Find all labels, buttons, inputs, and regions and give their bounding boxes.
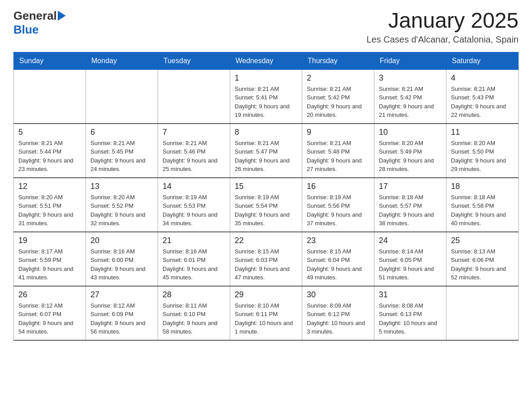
- logo: General Blue: [13, 9, 66, 37]
- day-info: Sunrise: 8:17 AM Sunset: 5:59 PM Dayligh…: [18, 247, 81, 282]
- logo-arrow-icon: [58, 11, 66, 21]
- day-info: Sunrise: 8:10 AM Sunset: 6:11 PM Dayligh…: [235, 301, 297, 336]
- day-info: Sunrise: 8:16 AM Sunset: 6:01 PM Dayligh…: [163, 247, 225, 282]
- day-number: 22: [235, 236, 297, 245]
- calendar-week-row: 5Sunrise: 8:21 AM Sunset: 5:44 PM Daylig…: [14, 124, 519, 178]
- day-number: 12: [18, 182, 81, 191]
- calendar-cell: [14, 69, 86, 124]
- day-info: Sunrise: 8:19 AM Sunset: 5:54 PM Dayligh…: [235, 193, 297, 228]
- day-info: Sunrise: 8:21 AM Sunset: 5:44 PM Dayligh…: [18, 139, 81, 174]
- day-number: 6: [90, 128, 153, 137]
- day-info: Sunrise: 8:20 AM Sunset: 5:51 PM Dayligh…: [18, 193, 81, 228]
- day-info: Sunrise: 8:18 AM Sunset: 5:57 PM Dayligh…: [379, 193, 442, 228]
- day-number: 20: [90, 236, 153, 245]
- day-info: Sunrise: 8:21 AM Sunset: 5:47 PM Dayligh…: [235, 139, 297, 174]
- day-number: 17: [379, 182, 442, 191]
- day-of-week-header: Sunday: [14, 52, 86, 69]
- day-info: Sunrise: 8:08 AM Sunset: 6:13 PM Dayligh…: [379, 301, 442, 336]
- calendar-body: 1Sunrise: 8:21 AM Sunset: 5:41 PM Daylig…: [14, 69, 519, 340]
- logo-general-text: General: [13, 9, 57, 23]
- day-number: 30: [307, 290, 369, 300]
- day-info: Sunrise: 8:11 AM Sunset: 6:10 PM Dayligh…: [163, 301, 225, 336]
- calendar-cell: 24Sunrise: 8:14 AM Sunset: 6:05 PM Dayli…: [374, 232, 446, 286]
- calendar-cell: 7Sunrise: 8:21 AM Sunset: 5:46 PM Daylig…: [158, 124, 230, 178]
- calendar-cell: 9Sunrise: 8:21 AM Sunset: 5:48 PM Daylig…: [302, 124, 374, 178]
- calendar-cell: 16Sunrise: 8:19 AM Sunset: 5:56 PM Dayli…: [302, 178, 374, 232]
- day-number: 28: [163, 290, 225, 300]
- calendar-cell: 15Sunrise: 8:19 AM Sunset: 5:54 PM Dayli…: [230, 178, 302, 232]
- calendar-header: SundayMondayTuesdayWednesdayThursdayFrid…: [14, 52, 519, 69]
- calendar-cell: 20Sunrise: 8:16 AM Sunset: 6:00 PM Dayli…: [86, 232, 158, 286]
- calendar-cell: [86, 69, 158, 124]
- calendar-cell: 10Sunrise: 8:20 AM Sunset: 5:49 PM Dayli…: [374, 124, 446, 178]
- day-number: 16: [307, 182, 369, 191]
- calendar-cell: 4Sunrise: 8:21 AM Sunset: 5:43 PM Daylig…: [446, 69, 519, 124]
- day-number: 10: [379, 128, 442, 137]
- day-of-week-header: Monday: [86, 52, 158, 69]
- calendar-cell: 27Sunrise: 8:12 AM Sunset: 6:09 PM Dayli…: [86, 286, 158, 340]
- day-info: Sunrise: 8:12 AM Sunset: 6:09 PM Dayligh…: [90, 301, 153, 336]
- calendar-cell: 31Sunrise: 8:08 AM Sunset: 6:13 PM Dayli…: [374, 286, 446, 340]
- calendar-cell: 2Sunrise: 8:21 AM Sunset: 5:42 PM Daylig…: [302, 69, 374, 124]
- logo-blue-text: Blue: [13, 23, 39, 36]
- day-number: 23: [307, 236, 369, 245]
- day-number: 8: [235, 128, 297, 137]
- day-info: Sunrise: 8:15 AM Sunset: 6:04 PM Dayligh…: [307, 247, 369, 282]
- day-number: 11: [451, 128, 514, 137]
- day-number: 31: [379, 290, 442, 300]
- calendar-cell: 8Sunrise: 8:21 AM Sunset: 5:47 PM Daylig…: [230, 124, 302, 178]
- day-number: 13: [90, 182, 153, 191]
- day-info: Sunrise: 8:21 AM Sunset: 5:46 PM Dayligh…: [163, 139, 225, 174]
- calendar-cell: 11Sunrise: 8:20 AM Sunset: 5:50 PM Dayli…: [446, 124, 519, 178]
- day-info: Sunrise: 8:21 AM Sunset: 5:48 PM Dayligh…: [307, 139, 369, 174]
- calendar-table: SundayMondayTuesdayWednesdayThursdayFrid…: [13, 52, 519, 341]
- day-info: Sunrise: 8:21 AM Sunset: 5:42 PM Dayligh…: [307, 85, 369, 120]
- calendar-cell: 14Sunrise: 8:19 AM Sunset: 5:53 PM Dayli…: [158, 178, 230, 232]
- calendar-cell: 1Sunrise: 8:21 AM Sunset: 5:41 PM Daylig…: [230, 69, 302, 124]
- day-info: Sunrise: 8:18 AM Sunset: 5:58 PM Dayligh…: [451, 193, 514, 228]
- day-info: Sunrise: 8:15 AM Sunset: 6:03 PM Dayligh…: [235, 247, 297, 282]
- day-number: 4: [451, 73, 514, 83]
- calendar-cell: 26Sunrise: 8:12 AM Sunset: 6:07 PM Dayli…: [14, 286, 86, 340]
- day-number: 24: [379, 236, 442, 245]
- day-number: 21: [163, 236, 225, 245]
- calendar-week-row: 26Sunrise: 8:12 AM Sunset: 6:07 PM Dayli…: [14, 286, 519, 340]
- calendar-cell: 21Sunrise: 8:16 AM Sunset: 6:01 PM Dayli…: [158, 232, 230, 286]
- calendar-cell: 18Sunrise: 8:18 AM Sunset: 5:58 PM Dayli…: [446, 178, 519, 232]
- day-of-week-header: Friday: [374, 52, 446, 69]
- svg-marker-0: [58, 11, 66, 21]
- day-info: Sunrise: 8:21 AM Sunset: 5:42 PM Dayligh…: [379, 85, 442, 120]
- day-of-week-header: Wednesday: [230, 52, 302, 69]
- calendar-week-row: 19Sunrise: 8:17 AM Sunset: 5:59 PM Dayli…: [14, 232, 519, 286]
- calendar-cell: 28Sunrise: 8:11 AM Sunset: 6:10 PM Dayli…: [158, 286, 230, 340]
- day-number: 7: [163, 128, 225, 137]
- calendar-cell: 30Sunrise: 8:09 AM Sunset: 6:12 PM Dayli…: [302, 286, 374, 340]
- day-info: Sunrise: 8:13 AM Sunset: 6:06 PM Dayligh…: [451, 247, 514, 282]
- day-info: Sunrise: 8:20 AM Sunset: 5:50 PM Dayligh…: [451, 139, 514, 174]
- day-number: 1: [235, 73, 297, 83]
- day-of-week-header: Saturday: [446, 52, 519, 69]
- calendar-cell: 25Sunrise: 8:13 AM Sunset: 6:06 PM Dayli…: [446, 232, 519, 286]
- calendar-week-row: 12Sunrise: 8:20 AM Sunset: 5:51 PM Dayli…: [14, 178, 519, 232]
- calendar-cell: 5Sunrise: 8:21 AM Sunset: 5:44 PM Daylig…: [14, 124, 86, 178]
- day-number: 9: [307, 128, 369, 137]
- calendar-cell: 29Sunrise: 8:10 AM Sunset: 6:11 PM Dayli…: [230, 286, 302, 340]
- title-section: January 2025 Les Cases d'Alcanar, Catalo…: [366, 9, 519, 45]
- day-number: 5: [18, 128, 81, 137]
- day-number: 15: [235, 182, 297, 191]
- day-number: 14: [163, 182, 225, 191]
- day-number: 25: [451, 236, 514, 245]
- calendar-cell: 12Sunrise: 8:20 AM Sunset: 5:51 PM Dayli…: [14, 178, 86, 232]
- calendar-cell: [446, 286, 519, 340]
- calendar-cell: [158, 69, 230, 124]
- calendar-cell: 19Sunrise: 8:17 AM Sunset: 5:59 PM Dayli…: [14, 232, 86, 286]
- day-of-week-header: Tuesday: [158, 52, 230, 69]
- calendar-cell: 6Sunrise: 8:21 AM Sunset: 5:45 PM Daylig…: [86, 124, 158, 178]
- day-info: Sunrise: 8:20 AM Sunset: 5:52 PM Dayligh…: [90, 193, 153, 228]
- day-number: 26: [18, 290, 81, 300]
- day-number: 19: [18, 236, 81, 245]
- calendar-cell: 13Sunrise: 8:20 AM Sunset: 5:52 PM Dayli…: [86, 178, 158, 232]
- calendar-cell: 17Sunrise: 8:18 AM Sunset: 5:57 PM Dayli…: [374, 178, 446, 232]
- day-number: 29: [235, 290, 297, 300]
- day-of-week-header: Thursday: [302, 52, 374, 69]
